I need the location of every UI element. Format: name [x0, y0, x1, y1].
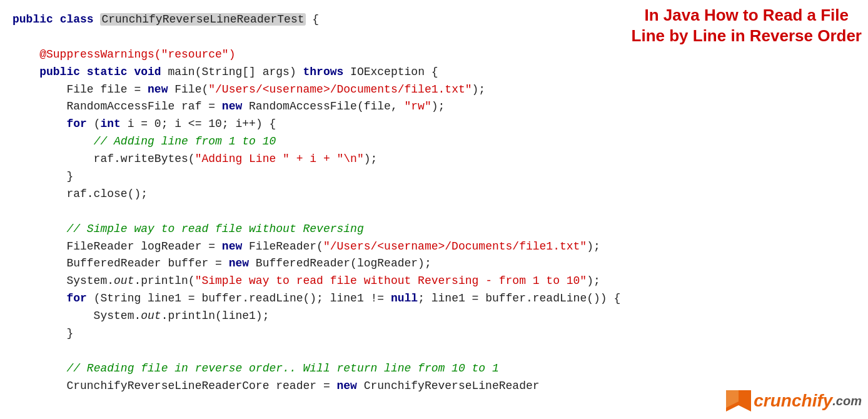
- logo-text: crunchify: [754, 391, 832, 411]
- title-box: In Java How to Read a File Line by Line …: [632, 5, 862, 46]
- title-line2: Line by Line in Reverse Order: [632, 26, 862, 46]
- crunchify-logo-icon: [724, 389, 754, 413]
- logo-area: crunchify.com: [724, 389, 862, 413]
- code-container: In Java How to Read a File Line by Line …: [0, 0, 868, 419]
- logo-dotcom: .com: [832, 394, 862, 408]
- code-block: public class CrunchifyReverseLineReaderT…: [0, 6, 868, 400]
- title-line1: In Java How to Read a File: [632, 5, 862, 26]
